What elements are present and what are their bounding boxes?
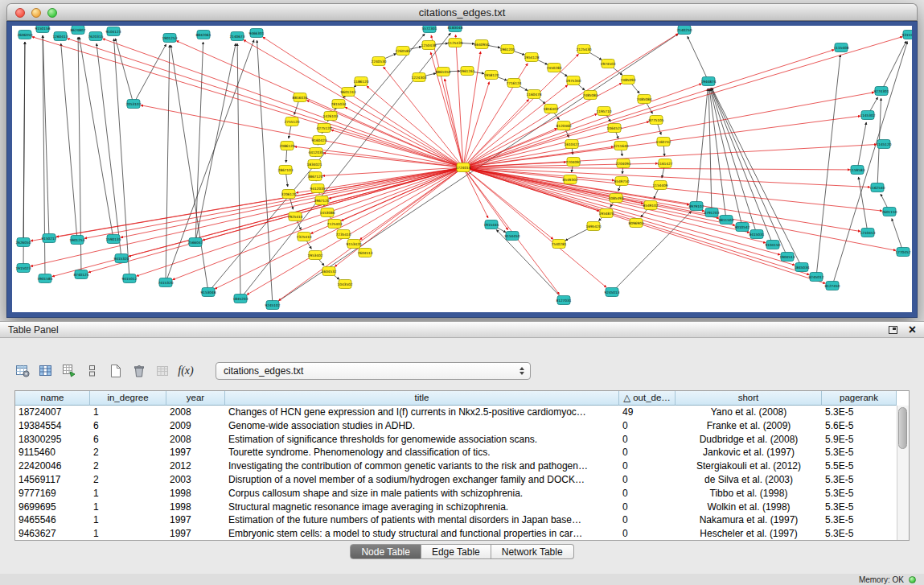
- cell-title: Investigating the contribution of common…: [225, 459, 619, 473]
- graph-node-label: 2125430: [576, 47, 591, 51]
- create-table-button[interactable]: [108, 362, 124, 380]
- graph-node-label: 9315502: [901, 33, 912, 37]
- close-window-icon[interactable]: [15, 8, 25, 18]
- tab-node-table[interactable]: Node Table: [350, 544, 421, 559]
- table-row[interactable]: 946554611997Estimation of the future num…: [15, 513, 909, 527]
- graph-node-label: 7415320: [158, 281, 173, 285]
- float-panel-icon[interactable]: [889, 326, 897, 334]
- graph-node-label: 9245102: [265, 303, 280, 307]
- table-selector-dropdown[interactable]: citations_edges.txt: [216, 362, 531, 380]
- table-row[interactable]: 977716911998Corpus callosum shape and si…: [15, 487, 909, 501]
- graph-node-label: 1834021: [306, 163, 322, 167]
- cell-year: 1998: [166, 501, 225, 514]
- table-settings-button[interactable]: [14, 362, 31, 380]
- rows-button[interactable]: [84, 362, 101, 380]
- network-graph[interactable]: 2606050915015812604138624807762031591041…: [12, 26, 912, 312]
- column-header-pagerank[interactable]: pagerank: [822, 391, 897, 406]
- cell-out_degree: 0: [619, 433, 676, 447]
- column-header-in_degree[interactable]: in_degree: [90, 391, 166, 406]
- vertical-scrollbar[interactable]: [897, 406, 909, 540]
- window-titlebar[interactable]: citations_edges.txt: [6, 3, 918, 21]
- cell-year: 1997: [166, 527, 225, 541]
- cell-pagerank: 5.6E-5: [822, 419, 897, 433]
- graph-node-label: 8096903: [628, 221, 643, 225]
- graph-edge: [463, 167, 560, 295]
- graph-node-label: 1953402: [307, 253, 322, 257]
- edit-table-button[interactable]: [61, 362, 77, 380]
- graph-node-label: 1426103: [322, 114, 338, 118]
- memory-status-icon: [909, 576, 916, 583]
- graph-edge: [463, 167, 896, 250]
- table-toolbar: f(x) citations_edges.txt: [14, 361, 924, 381]
- cell-year: 1997: [166, 513, 225, 527]
- column-header-name[interactable]: name: [15, 391, 90, 406]
- graph-node-label: 1974503: [600, 62, 615, 66]
- float-panel-icon-inner: [893, 328, 896, 330]
- cell-name: 9115460: [15, 446, 90, 459]
- tab-network-table[interactable]: Network Table: [491, 544, 574, 559]
- graph-node-label: 1845034: [794, 266, 809, 270]
- cell-in_degree: 1: [90, 527, 166, 541]
- graph-node-label: 7235410: [335, 233, 351, 237]
- delete-table-icon: [133, 365, 145, 377]
- graph-node-label: 7485083: [582, 93, 598, 97]
- graph-node-label: 9010542: [734, 225, 749, 229]
- select-columns-button[interactable]: [38, 362, 54, 380]
- create-table-icon: [110, 365, 121, 377]
- scrollbar-thumb[interactable]: [898, 407, 907, 449]
- cell-title: Embryonic stem cells: a model to study s…: [225, 527, 619, 541]
- table-panel-header: Table Panel ×: [0, 322, 924, 338]
- graph-node-label: 2626050: [15, 241, 31, 245]
- column-header-short[interactable]: short: [676, 391, 822, 406]
- graph-node-label: 7716124: [506, 81, 521, 85]
- column-header-title[interactable]: title: [225, 391, 619, 406]
- table-row[interactable]: 1830029562008Estimation of significance …: [15, 433, 909, 447]
- network-canvas[interactable]: 2606050915015812604138624807762031591041…: [12, 26, 912, 312]
- table-row[interactable]: 946362711997Embryonic stem cells: a mode…: [15, 527, 909, 541]
- table-row[interactable]: 1872400712008Changes of HCN gene express…: [15, 406, 909, 419]
- graph-node-label: 9412035: [310, 187, 325, 191]
- table-row[interactable]: 1456911722003Disruption of a novel membe…: [15, 473, 909, 487]
- graph-node-label: 7815034: [331, 102, 346, 106]
- delete-table-button[interactable]: [131, 362, 147, 380]
- cell-name: 18300295: [15, 433, 90, 447]
- close-panel-icon[interactable]: ×: [909, 324, 916, 336]
- cell-out_degree: 0: [619, 473, 676, 487]
- zoom-window-icon[interactable]: [47, 8, 57, 18]
- graph-edge: [56, 167, 463, 237]
- import-table-icon: [156, 365, 170, 377]
- table-row[interactable]: 1938455462009Genome-wide association stu…: [15, 419, 909, 433]
- cell-out_degree: 0: [619, 419, 676, 433]
- tab-edge-table[interactable]: Edge Table: [421, 544, 491, 559]
- cell-out_degree: 0: [619, 446, 676, 459]
- graph-node-label: 8127031: [556, 299, 571, 303]
- cell-name: 19384554: [15, 419, 90, 433]
- cell-name: 9777169: [15, 487, 90, 501]
- cell-pagerank: 5.3E-5: [822, 527, 897, 541]
- graph-node-label: 1770452: [895, 250, 910, 254]
- function-builder-button[interactable]: f(x): [178, 362, 194, 380]
- graph-node-label: 2260581: [395, 49, 410, 53]
- graph-node-label: 1724014: [455, 166, 470, 170]
- table-row[interactable]: 969969511998Structural magnetic resonanc…: [15, 501, 909, 514]
- graph-node-label: 1610427: [564, 142, 579, 146]
- cell-year: 2009: [166, 419, 225, 433]
- graph-edge: [857, 122, 866, 170]
- graph-edge: [463, 167, 488, 218]
- network-view-frame: 2606050915015812604138624807762031591041…: [6, 21, 918, 318]
- import-table-button[interactable]: [154, 362, 170, 380]
- graph-node-label: 2867103: [277, 168, 293, 172]
- minimize-window-icon[interactable]: [31, 8, 41, 18]
- cell-pagerank: 5.3E-5: [822, 406, 897, 419]
- graph-node-label: 8816034: [292, 96, 307, 100]
- graph-node-label: 1159583: [849, 168, 864, 172]
- graph-edge: [463, 167, 553, 239]
- table-row[interactable]: 2242004622012Investigating the contribut…: [15, 459, 909, 473]
- column-header-year[interactable]: year: [166, 391, 225, 406]
- graph-edge: [710, 89, 742, 227]
- column-header-out_degree[interactable]: △ out_de…: [619, 391, 676, 406]
- graph-node-label: 1161427: [657, 162, 672, 166]
- table-row[interactable]: 911546021997Tourette syndrome. Phenomeno…: [15, 446, 909, 459]
- cell-short: Hescheler et al. (1997): [676, 527, 822, 541]
- cell-year: 1998: [166, 487, 225, 501]
